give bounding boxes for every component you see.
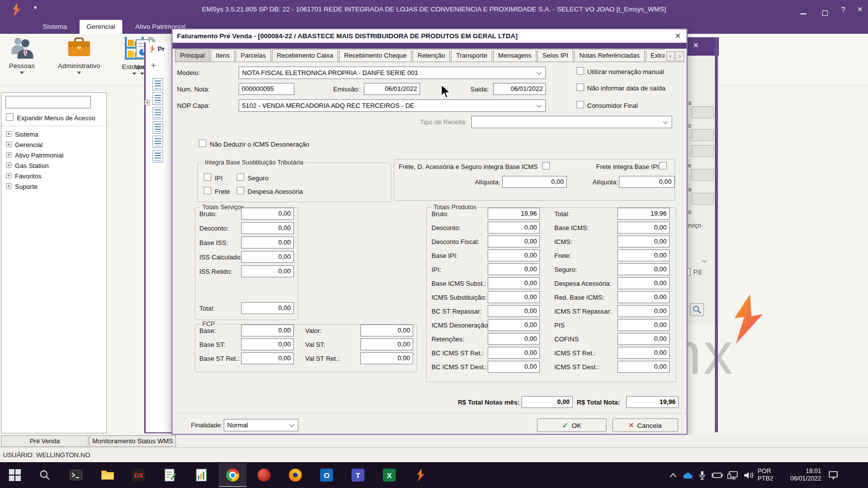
num-nota-field[interactable]: 000000095 <box>239 83 294 95</box>
produtos-row-field1[interactable]: 0,00 <box>488 277 540 289</box>
produtos-row-field2[interactable]: 19,96 <box>617 208 670 220</box>
close-icon[interactable]: × <box>675 30 681 41</box>
produtos-row-field2[interactable]: 0,00 <box>617 333 670 345</box>
tray-onedrive[interactable] <box>680 462 695 488</box>
produtos-row-field1[interactable]: 0,00 <box>488 305 540 317</box>
toolbar-item-pessoas[interactable]: Pessoas <box>5 37 39 74</box>
taskbar-app-outlook[interactable]: O <box>313 463 341 487</box>
tree-expander-icon[interactable] <box>145 100 150 105</box>
st-ipi-checkbox[interactable] <box>204 173 211 181</box>
utilizar-numeracao-checkbox[interactable] <box>577 67 584 75</box>
produtos-row-field2[interactable]: 0,00 <box>617 249 670 261</box>
fcp-row-field1[interactable]: 0,00 <box>241 338 294 350</box>
document-icon[interactable] <box>153 136 163 148</box>
tree-item[interactable]: Favoritos <box>1 171 106 182</box>
fcp-row-field1[interactable]: 0,00 <box>241 325 294 336</box>
tree-item[interactable]: Gerencial <box>1 140 106 151</box>
produtos-row-field2[interactable]: 0,00 <box>617 236 670 247</box>
taskbar-app-console[interactable] <box>62 463 90 487</box>
document-icon[interactable] <box>153 78 163 90</box>
tray-clock[interactable]: 18:01 06/01/2022 <box>779 462 821 488</box>
cancela-button[interactable]: ×Cancela <box>612 418 678 432</box>
nop-capa-combo[interactable]: 5102 - VENDA MERCADORIA ADQ REC TERCEIRO… <box>239 99 546 112</box>
servicos-row-field[interactable]: 0,00 <box>241 208 294 220</box>
document-icon[interactable] <box>153 92 163 105</box>
produtos-row-field1[interactable]: 0,00 <box>488 222 540 234</box>
total-nota-field[interactable]: 19,96 <box>626 396 679 408</box>
taskbar-search-button[interactable] <box>31 463 59 487</box>
tray-volume[interactable] <box>741 462 757 488</box>
total-notas-mes-field[interactable]: 0,00 <box>521 396 573 408</box>
saida-field[interactable]: 06/01/2022 <box>493 83 546 95</box>
produtos-row-field2[interactable]: 0,00 <box>617 263 670 275</box>
tree-item[interactable]: Suporte <box>1 182 106 192</box>
tree-expander-icon[interactable] <box>6 173 11 178</box>
tray-microphone[interactable] <box>695 462 709 488</box>
tab-sistema[interactable]: Sistema <box>36 20 74 34</box>
consumidor-final-checkbox[interactable] <box>577 101 584 108</box>
toolbar-item-administrativo[interactable]: Administrativo <box>46 37 112 74</box>
tray-expand-button[interactable] <box>666 462 680 488</box>
tree-item[interactable]: Gas Station <box>1 161 106 171</box>
produtos-row-field1[interactable]: 0,00 <box>488 249 540 261</box>
produtos-row-field1[interactable]: 0,00 <box>488 347 540 359</box>
tree-expander-icon[interactable] <box>6 142 11 147</box>
help-button[interactable]: ? <box>836 5 850 13</box>
taskbar-app-firefox[interactable] <box>281 463 309 487</box>
produtos-row-field2[interactable]: 0,00 <box>617 305 670 317</box>
st-frete-checkbox[interactable] <box>204 187 211 194</box>
tab-gerencial[interactable]: Gerencial <box>80 20 122 34</box>
dialog-tab[interactable]: Parcelas <box>236 49 271 62</box>
taskbar-app-teams[interactable]: T <box>344 463 372 487</box>
bottom-tab-monitoramento[interactable]: Monitoramento Status WMS <box>89 435 176 447</box>
tree-item[interactable]: Ativo Patrimonial <box>1 151 106 161</box>
servicos-row-field[interactable]: 0,00 <box>241 222 294 234</box>
taskbar-app-chrome[interactable] <box>219 463 247 487</box>
tab-scroll-left-button[interactable]: ‹ <box>666 51 675 61</box>
dialog-caption[interactable]: Faturamento Pré Venda - [000084-22 / ABA… <box>173 29 687 43</box>
servicos-row-field[interactable]: 0,00 <box>241 265 294 277</box>
menu-search-input[interactable] <box>5 96 91 108</box>
tray-language[interactable]: POR PTB2 <box>758 462 779 488</box>
document-icon[interactable] <box>153 121 163 134</box>
dialog-tab[interactable]: Transporte <box>451 49 492 62</box>
taskbar-app-files[interactable] <box>93 463 121 487</box>
taskbar-app-notes[interactable] <box>156 463 184 487</box>
produtos-row-field2[interactable]: 0,00 <box>617 291 670 303</box>
servicos-total-field[interactable]: 0,00 <box>241 302 294 314</box>
document-icon[interactable] <box>153 107 163 119</box>
taskbar-app-devexpress[interactable]: DX <box>125 463 153 487</box>
nao-informar-saida-checkbox[interactable] <box>577 83 584 91</box>
close-icon[interactable]: × <box>693 40 698 51</box>
dialog-tab[interactable]: Itens <box>211 49 235 62</box>
taskbar-app-linx[interactable] <box>407 463 434 487</box>
ok-button[interactable]: ✓OK <box>537 418 607 432</box>
produtos-row-field1[interactable]: 0,00 <box>488 236 540 247</box>
frete-ipi-checkbox[interactable] <box>659 162 667 169</box>
taskbar-app-swirl[interactable] <box>250 463 278 487</box>
tree-item[interactable]: Sistema <box>1 130 106 140</box>
tipo-receita-combo[interactable] <box>471 116 672 128</box>
dialog-tab[interactable]: Selos IPI <box>537 49 573 62</box>
produtos-row-field1[interactable]: 0,00 <box>488 361 540 373</box>
tab-scroll-right-button[interactable]: › <box>676 51 684 61</box>
dialog-tab[interactable]: Extra <box>646 49 665 62</box>
dialog-tab[interactable]: Recebimento Cheque <box>339 49 412 62</box>
modelo-combo[interactable]: NOTA FISCAL ELETRONICA PROPRIA - DANFE S… <box>239 67 546 79</box>
dialog-tab[interactable]: Principal <box>175 49 210 62</box>
taskbar-app-excel[interactable]: X <box>375 463 403 487</box>
fcp-row-field2[interactable]: 0,00 <box>360 352 413 364</box>
produtos-row-field2[interactable]: 0,00 <box>617 319 670 331</box>
close-button[interactable]: × <box>853 4 867 14</box>
tray-battery[interactable] <box>709 462 725 488</box>
emissao-field[interactable]: 06/01/2022 <box>364 83 420 95</box>
tree-expander-icon[interactable] <box>6 152 11 158</box>
fcp-row-field2[interactable]: 0,00 <box>360 325 413 336</box>
produtos-row-field2[interactable]: 0,00 <box>617 277 670 289</box>
tray-network[interactable] <box>725 462 741 488</box>
fcp-row-field2[interactable]: 0,00 <box>360 338 413 350</box>
produtos-row-field1[interactable]: 0,00 <box>488 319 540 331</box>
add-item-button[interactable]: + <box>151 60 156 71</box>
produtos-row-field1[interactable]: 0,00 <box>488 333 540 345</box>
start-button[interactable] <box>1 463 29 487</box>
